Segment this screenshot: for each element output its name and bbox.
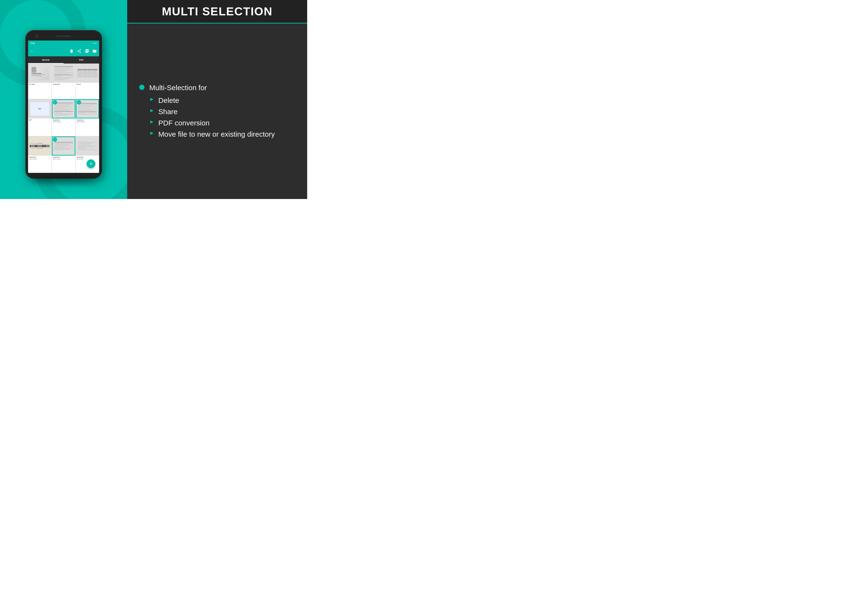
feature-item-move: ► Move file to new or existing directory: [149, 129, 295, 139]
phone-speaker: [57, 36, 71, 37]
feature-item-share: ► Share: [149, 107, 295, 116]
grid-label-scanner9: Scanner_: [77, 156, 85, 158]
grid-thumb-2: [52, 64, 75, 83]
tab-image[interactable]: IMAGE: [28, 56, 64, 64]
tab-pdf[interactable]: PDF: [64, 56, 99, 64]
left-panel: 3:22 ↓ 13% ←: [0, 0, 127, 199]
check-badge-6: ✓: [77, 100, 81, 104]
feature-text-delete: Delete: [158, 96, 179, 105]
app-bar-icons: [69, 48, 97, 54]
phone-shadow: [33, 176, 94, 183]
grid-item-7[interactable]: Scanner_ 08/11/2018 ⋮: [28, 137, 51, 173]
grid-thumb-6: ✓: [76, 99, 99, 119]
grid-thumb-1: [28, 64, 51, 83]
teal-dot: [139, 85, 144, 90]
phone-screen: 3:22 ↓ 13% ←: [28, 40, 99, 173]
grid-menu-icon-6[interactable]: ⋮: [96, 119, 98, 122]
arrow-icon-move: ►: [149, 130, 155, 136]
grid-thumb-7: [28, 137, 51, 156]
check-badge-8: ✓: [53, 137, 57, 142]
grid-item-8[interactable]: ✓: [52, 137, 75, 173]
feature-text-share: Share: [158, 107, 177, 116]
grid-date-7: 08/11/2018: [29, 158, 37, 160]
grid-thumb-8: ✓: [52, 137, 75, 156]
grid-menu-icon-2[interactable]: ⋮: [72, 83, 74, 86]
grid-item-1[interactable]: ID card ⋮: [28, 64, 51, 99]
grid-menu-icon-1[interactable]: ⋮: [48, 83, 51, 86]
grid-item-2[interactable]: Scanned ⋮: [52, 64, 75, 99]
grid-label-docs: Docs: [77, 83, 81, 85]
pdf-icon[interactable]: [84, 48, 89, 54]
feature-intro-row: Multi-Selection for: [139, 84, 295, 92]
grid-label-scanner7: Scanner_: [29, 156, 37, 158]
fab-button[interactable]: +: [86, 159, 95, 168]
phone-top-bar: [28, 33, 99, 40]
grid-label-scanner5: Scanner_: [53, 119, 61, 121]
feature-item-pdf: ► PDF conversion: [149, 118, 295, 128]
status-time: 3:22: [30, 42, 35, 45]
grid-item-5[interactable]: ✓: [52, 99, 75, 136]
folder-icon[interactable]: [92, 48, 97, 54]
feature-list: ► Delete ► Share ► PDF conversion ► Move…: [149, 96, 295, 139]
delete-icon[interactable]: [69, 48, 74, 54]
right-header: MULTI SELECTION: [127, 0, 307, 24]
grid-date-9: 08/11/20...: [77, 158, 85, 160]
grid-menu-icon-5[interactable]: ⋮: [72, 119, 74, 122]
grid-date-5: 08/11/2018: [53, 121, 61, 123]
grid-label-scanned: Scanned: [53, 83, 60, 85]
grid-menu-icon-4[interactable]: ⋮: [48, 119, 51, 122]
grid-label-scanner8: Scanner_: [53, 156, 61, 158]
grid-item-4[interactable]: MF MF ⋮: [28, 99, 51, 136]
share-icon[interactable]: [77, 48, 82, 54]
grid-label-mf: MF: [29, 119, 32, 121]
grid-thumb-5: ✓: [52, 99, 75, 119]
grid-menu-icon-7[interactable]: ⋮: [48, 156, 51, 159]
right-content: Multi-Selection for ► Delete ► Share ► P…: [127, 24, 307, 199]
back-button[interactable]: ←: [30, 49, 34, 54]
arrow-icon-share: ►: [149, 107, 155, 114]
scan-grid: ID card ⋮: [28, 64, 99, 173]
app-bar: ←: [28, 46, 99, 56]
arrow-icon-pdf: ►: [149, 119, 155, 125]
arrow-icon-delete: ►: [149, 96, 155, 102]
phone-mockup: 3:22 ↓ 13% ←: [25, 30, 102, 179]
grid-thumb-9: [76, 137, 99, 156]
feature-text-pdf: PDF conversion: [158, 118, 210, 128]
feature-item-delete: ► Delete: [149, 96, 295, 105]
grid-label-scanner6: Scanner_: [77, 119, 85, 121]
phone-device: 3:22 ↓ 13% ←: [25, 30, 102, 179]
feature-intro-text: Multi-Selection for: [149, 84, 207, 92]
grid-thumb-4: MF: [28, 99, 51, 119]
check-badge-5: ✓: [53, 100, 57, 104]
tab-bar: IMAGE PDF: [28, 56, 99, 64]
feature-text-move: Move file to new or existing directory: [158, 129, 275, 139]
grid-menu-icon-3[interactable]: ⋮: [96, 83, 98, 86]
grid-label-id-card: ID card: [29, 83, 35, 85]
main-title: MULTI SELECTION: [137, 5, 298, 18]
phone-camera: [35, 35, 38, 38]
grid-item-6[interactable]: ✓: [76, 99, 99, 136]
right-panel: MULTI SELECTION Multi-Selection for ► De…: [127, 0, 307, 199]
grid-menu-icon-8[interactable]: ⋮: [72, 156, 74, 159]
grid-date-8: 08/11/2018: [53, 158, 61, 160]
grid-thumb-3: [76, 64, 99, 83]
grid-date-6: 08/11/2018: [77, 121, 85, 123]
grid-item-3[interactable]: Docs ⋮: [76, 64, 99, 99]
grid-item-9[interactable]: Scanner_ 08/11/20...: [76, 137, 99, 173]
status-bar: 3:22 ↓ 13%: [28, 40, 99, 46]
status-battery: ↓ 13%: [91, 42, 97, 45]
